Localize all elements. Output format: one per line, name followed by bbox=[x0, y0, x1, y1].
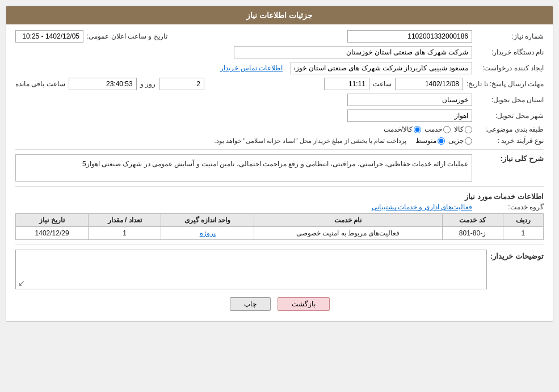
city-input[interactable] bbox=[347, 109, 472, 122]
buyer-org-input[interactable] bbox=[234, 46, 472, 58]
category-kala-khadamat-label[interactable]: کالا/خدمت bbox=[384, 125, 421, 133]
description-title: شرح کلی نیاز: bbox=[476, 154, 544, 163]
type-jozi-radio[interactable] bbox=[465, 137, 472, 145]
days-label: روز و bbox=[140, 80, 155, 88]
buyer-desc-box: ↙ bbox=[15, 250, 487, 289]
type-row: نوع فرآیند خرید : جزیی متوسط پرداخت تمام… bbox=[15, 137, 544, 145]
col-unit: واحد اندازه گیری bbox=[161, 214, 254, 227]
description-row: شرح کلی نیاز: عملیات ارائه خدمات حفاظتی،… bbox=[15, 154, 544, 182]
back-button[interactable]: بازگشت bbox=[278, 297, 330, 311]
city-row: شهر محل تحویل: bbox=[15, 109, 544, 122]
service-table: ردیف کد خدمت نام خدمت واحد اندازه گیری ت… bbox=[15, 213, 544, 240]
divider-1 bbox=[15, 149, 544, 150]
deadline-row: مهلت ارسال پاسخ: تا تاریخ: ساعت روز و سا… bbox=[15, 78, 544, 90]
creator-row: ایجاد کننده درخواست: اطلاعات تماس خریدار bbox=[15, 62, 544, 74]
category-label: طبقه بندی موضوعی: bbox=[476, 125, 544, 133]
type-motovaset-label[interactable]: متوسط bbox=[415, 137, 445, 145]
col-row-num: ردیف bbox=[503, 214, 543, 227]
col-name: نام خدمت bbox=[254, 214, 442, 227]
main-card: جزئیات اطلاعات نیاز شماره نیاز: تاریخ و … bbox=[6, 6, 553, 322]
col-code: کد خدمت bbox=[442, 214, 503, 227]
deadline-time-label: ساعت bbox=[373, 80, 392, 88]
niaaz-number-input[interactable] bbox=[347, 30, 472, 43]
remaining-time-input bbox=[69, 78, 137, 90]
province-label: استان محل تحویل: bbox=[476, 96, 544, 104]
cell-quantity: 1 bbox=[89, 227, 161, 240]
province-row: استان محل تحویل: bbox=[15, 94, 544, 106]
service-group-value[interactable]: فعالیت‌های اداری و خدمات پشتیبانی bbox=[372, 203, 472, 211]
divider-2 bbox=[15, 186, 544, 187]
service-group-row: گروه خدمت: فعالیت‌های اداری و خدمات پشتی… bbox=[15, 203, 544, 211]
creator-input[interactable] bbox=[291, 62, 472, 74]
print-button[interactable]: چاپ bbox=[230, 297, 271, 311]
service-table-header: ردیف کد خدمت نام خدمت واحد اندازه گیری ت… bbox=[16, 214, 544, 227]
cell-code: ز-80-801 bbox=[442, 227, 503, 240]
hours-label: ساعت باقی مانده bbox=[15, 80, 65, 88]
category-row: طبقه بندی موضوعی: کالا خدمت کالا/خدمت bbox=[15, 125, 544, 133]
remaining-days-input bbox=[159, 78, 204, 90]
type-label: نوع فرآیند خرید : bbox=[476, 137, 544, 145]
table-row: 1 ز-80-801 فعالیت‌های مربوط به امنیت خصو… bbox=[16, 227, 544, 240]
province-input[interactable] bbox=[347, 94, 472, 106]
deadline-label: مهلت ارسال پاسخ: تا تاریخ: bbox=[466, 80, 544, 88]
page-title: جزئیات اطلاعات نیاز bbox=[246, 11, 313, 20]
city-label: شهر محل تحویل: bbox=[476, 112, 544, 120]
page-header: جزئیات اطلاعات نیاز bbox=[6, 6, 553, 24]
buyer-org-label: نام دستگاه خریدار: bbox=[476, 48, 544, 56]
description-text: عملیات ارائه خدمات حفاظتی، جراستی، مراقب… bbox=[82, 160, 468, 168]
col-date: تاریخ نیاز bbox=[16, 214, 89, 227]
creator-label: ایجاد کننده درخواست: bbox=[476, 64, 544, 72]
category-kala-label[interactable]: کالا bbox=[454, 125, 472, 133]
category-khadamat-radio[interactable] bbox=[443, 126, 451, 133]
niaaz-number-row: شماره نیاز: تاریخ و ساعت اعلان عمومی: bbox=[15, 30, 544, 43]
category-kala-radio[interactable] bbox=[465, 126, 472, 133]
card-body: شماره نیاز: تاریخ و ساعت اعلان عمومی: نا… bbox=[6, 24, 553, 321]
category-kala-khadamat-radio[interactable] bbox=[414, 126, 421, 133]
deadline-date-input[interactable] bbox=[395, 78, 463, 90]
type-motovaset-radio[interactable] bbox=[438, 137, 445, 145]
contact-link[interactable]: اطلاعات تماس خریدار bbox=[220, 64, 283, 72]
cell-unit[interactable]: پروژه bbox=[161, 227, 254, 240]
buyer-org-row: نام دستگاه خریدار: bbox=[15, 46, 544, 58]
niaaz-number-label: شماره نیاز: bbox=[476, 32, 544, 40]
date-announce-label: تاریخ و ساعت اعلان عمومی: bbox=[87, 32, 167, 40]
cell-date: 1402/12/29 bbox=[16, 227, 89, 240]
footer-buttons: بازگشت چاپ bbox=[15, 297, 544, 311]
buyer-desc-label: توضیحات خریدار: bbox=[490, 250, 544, 260]
description-box: عملیات ارائه خدمات حفاظتی، جراستی، مراقب… bbox=[15, 154, 472, 182]
type-note: پرداخت تمام یا بخشی از مبلغ خریدار محل "… bbox=[214, 137, 406, 145]
deadline-time-input[interactable] bbox=[324, 78, 369, 90]
service-info-section: اطلاعات خدمات مورد نیاز گروه خدمت: فعالی… bbox=[15, 192, 544, 240]
col-quantity: تعداد / مقدار bbox=[89, 214, 161, 227]
type-jozi-label[interactable]: جزیی bbox=[448, 137, 472, 145]
cell-row-num: 1 bbox=[503, 227, 543, 240]
divider-3 bbox=[15, 245, 544, 245]
category-khadamat-label[interactable]: خدمت bbox=[424, 125, 451, 133]
service-info-title: اطلاعات خدمات مورد نیاز bbox=[15, 192, 544, 201]
cell-name: فعالیت‌های مربوط به امنیت خصوصی bbox=[254, 227, 442, 240]
buyer-desc-section: توضیحات خریدار: ↙ bbox=[15, 250, 544, 289]
service-table-body: 1 ز-80-801 فعالیت‌های مربوط به امنیت خصو… bbox=[16, 227, 544, 240]
date-announce-input[interactable] bbox=[15, 30, 83, 43]
service-group-label: گروه خدمت: bbox=[476, 203, 544, 211]
